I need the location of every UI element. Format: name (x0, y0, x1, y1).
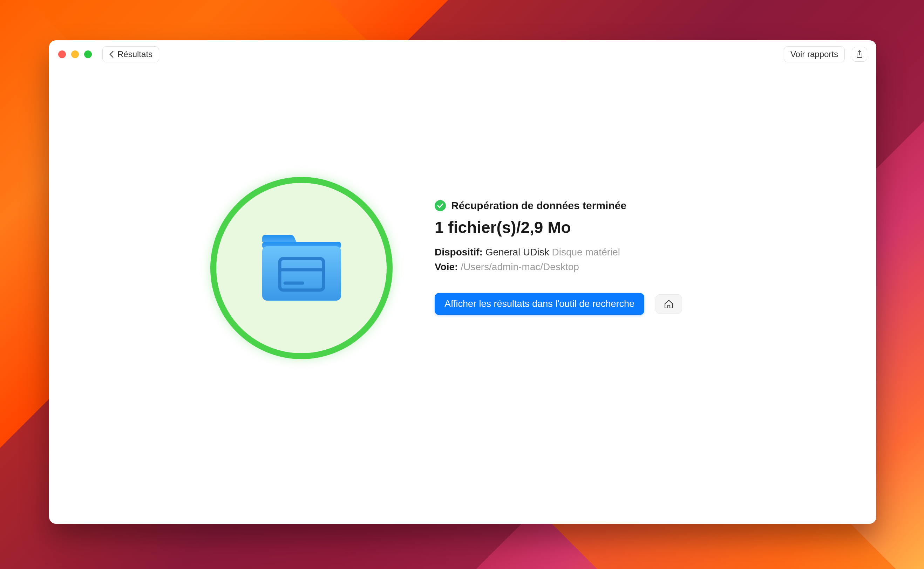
maximize-window-button[interactable] (84, 50, 92, 58)
show-in-finder-button[interactable]: Afficher les résultats dans l'outil de r… (435, 293, 644, 315)
device-type: Disque matériel (552, 246, 620, 257)
device-row: Dispositif: General UDisk Disque matérie… (435, 246, 682, 258)
share-icon (855, 50, 863, 59)
chevron-left-icon (109, 50, 114, 58)
show-in-finder-label: Afficher les résultats dans l'outil de r… (444, 298, 635, 309)
minimize-window-button[interactable] (71, 50, 79, 58)
back-button-label: Résultats (117, 49, 152, 59)
success-circle (210, 177, 393, 359)
main-content: Récupération de données terminée 1 fichi… (49, 68, 876, 524)
close-window-button[interactable] (58, 50, 66, 58)
home-button[interactable] (656, 294, 682, 314)
status-message: Récupération de données terminée (451, 200, 626, 211)
traffic-lights (58, 50, 92, 58)
app-window: Résultats Voir rapports (49, 40, 876, 524)
recovery-summary: 1 fichier(s)/2,9 Mo (435, 218, 682, 237)
action-row: Afficher les résultats dans l'outil de r… (435, 293, 682, 315)
device-name: General UDisk (486, 246, 549, 257)
titlebar: Résultats Voir rapports (49, 40, 876, 68)
device-label: Dispositif: (435, 246, 483, 257)
svg-rect-1 (262, 246, 341, 301)
path-label: Voie: (435, 262, 458, 272)
home-icon (664, 299, 674, 309)
share-button[interactable] (852, 47, 867, 62)
result-details: Récupération de données terminée 1 fichi… (435, 177, 682, 315)
status-row: Récupération de données terminée (435, 200, 682, 211)
success-check-icon (435, 200, 446, 211)
view-reports-label: Voir rapports (790, 49, 838, 59)
back-button[interactable]: Résultats (102, 46, 159, 62)
folder-icon (257, 234, 346, 302)
path-value: /Users/admin-mac/Desktop (461, 262, 579, 272)
path-row: Voie: /Users/admin-mac/Desktop (435, 262, 682, 272)
view-reports-button[interactable]: Voir rapports (784, 46, 845, 62)
